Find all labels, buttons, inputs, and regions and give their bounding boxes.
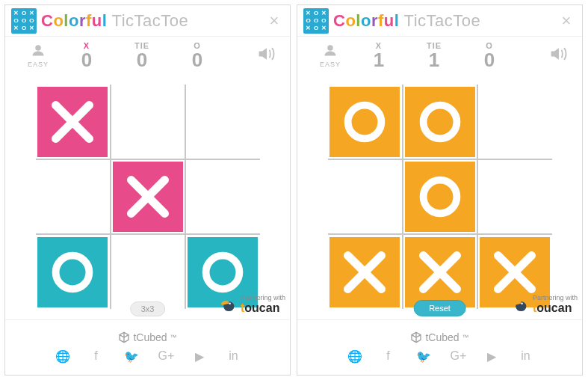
svg-point-12	[423, 180, 457, 214]
social-linkedin-icon[interactable]: in	[227, 349, 241, 364]
board-cell[interactable]	[36, 234, 111, 309]
difficulty-indicator[interactable]: EASY	[19, 43, 58, 68]
o-mark	[405, 87, 475, 157]
game-panel-right: ✕O✕OOO✕O✕Colorful TicTacToe×EASYX1TIE1O0…	[297, 4, 583, 376]
social-twitter-icon[interactable]: 🐦	[124, 349, 137, 364]
x-mark	[405, 237, 475, 307]
o-mark	[329, 87, 400, 157]
x-mark	[329, 237, 400, 307]
svg-point-0	[35, 45, 41, 51]
score-tie: TIE1	[408, 41, 460, 70]
brand[interactable]: tCubed™	[410, 331, 468, 343]
board-cell[interactable]	[328, 85, 403, 159]
svg-point-8	[229, 302, 231, 304]
game-board	[328, 85, 552, 309]
score-o: O0	[463, 41, 516, 70]
difficulty-indicator[interactable]: EASY	[311, 43, 350, 68]
board-cell[interactable]	[403, 234, 477, 309]
svg-point-5	[56, 255, 90, 289]
board-cell[interactable]	[403, 85, 477, 159]
person-icon	[19, 43, 58, 61]
game-board	[36, 85, 260, 309]
brand[interactable]: tCubed™	[118, 331, 176, 343]
social-facebook-icon[interactable]: f	[90, 349, 103, 364]
social-linkedin-icon[interactable]: in	[519, 349, 533, 364]
footer: tCubed™🌐f🐦G+▶in	[297, 319, 582, 375]
score-tie: TIE0	[116, 41, 168, 70]
toucan-icon	[510, 295, 530, 314]
social-googleplus-icon[interactable]: G+	[158, 349, 172, 364]
board-wrap	[5, 74, 290, 319]
partner-badge[interactable]: Partnering withtoucan	[218, 294, 285, 315]
board-cell[interactable]	[477, 85, 552, 159]
board-wrap	[297, 74, 582, 319]
social-youtube-icon[interactable]: ▶	[485, 349, 498, 364]
board-size-button[interactable]: 3x3	[130, 301, 166, 316]
social-globe-icon[interactable]: 🌐	[55, 349, 69, 364]
board-cell[interactable]	[185, 85, 260, 159]
app-title: Colorful TicTacToe	[333, 11, 480, 31]
app-header: ✕O✕OOO✕O✕Colorful TicTacToe×	[5, 5, 290, 37]
sound-toggle[interactable]	[549, 46, 569, 65]
board-cell[interactable]	[111, 159, 185, 234]
board-cell[interactable]	[328, 159, 403, 234]
sound-toggle[interactable]	[257, 46, 276, 65]
board-cell[interactable]	[36, 85, 111, 159]
score-x: X0	[61, 41, 113, 70]
game-panel-left: ✕O✕OOO✕O✕Colorful TicTacToe×EASYX0TIE0O0…	[4, 4, 291, 376]
logo-icon: ✕O✕OOO✕O✕	[11, 8, 37, 34]
board-cell[interactable]	[185, 159, 260, 234]
person-icon	[311, 43, 350, 61]
score-x: X1	[353, 41, 405, 70]
social-facebook-icon[interactable]: f	[382, 349, 395, 364]
board-cell[interactable]	[111, 234, 185, 309]
score-row: EASYX1TIE1O0	[297, 37, 582, 74]
x-mark	[37, 87, 108, 157]
social-row: 🌐f🐦G+▶in	[347, 349, 533, 364]
o-mark	[37, 237, 108, 307]
board-cell[interactable]	[477, 159, 552, 234]
social-googleplus-icon[interactable]: G+	[451, 349, 464, 364]
score-o: O0	[171, 41, 223, 70]
x-mark	[113, 162, 183, 232]
svg-point-20	[521, 302, 523, 304]
partner-badge[interactable]: Partnering withtoucan	[510, 294, 578, 315]
score-row: EASYX0TIE0O0	[5, 37, 290, 74]
o-mark	[405, 162, 475, 232]
social-row: 🌐f🐦G+▶in	[55, 349, 241, 364]
board-cell[interactable]	[111, 85, 185, 159]
close-button[interactable]: ×	[264, 11, 284, 31]
svg-point-9	[327, 45, 333, 51]
close-button[interactable]: ×	[557, 11, 576, 31]
board-cell[interactable]	[328, 234, 403, 309]
toucan-icon	[218, 295, 238, 314]
logo-icon: ✕O✕OOO✕O✕	[303, 8, 329, 34]
board-cell[interactable]	[403, 159, 477, 234]
svg-point-11	[423, 105, 457, 138]
social-globe-icon[interactable]: 🌐	[347, 349, 361, 364]
svg-point-6	[206, 255, 240, 289]
svg-point-10	[348, 105, 382, 138]
social-twitter-icon[interactable]: 🐦	[416, 349, 430, 364]
board-cell[interactable]	[36, 159, 111, 234]
app-title: Colorful TicTacToe	[41, 11, 188, 31]
social-youtube-icon[interactable]: ▶	[193, 349, 206, 364]
footer: tCubed™🌐f🐦G+▶in	[5, 319, 290, 375]
app-header: ✕O✕OOO✕O✕Colorful TicTacToe×	[297, 5, 582, 37]
reset-button[interactable]: Reset	[413, 300, 466, 316]
